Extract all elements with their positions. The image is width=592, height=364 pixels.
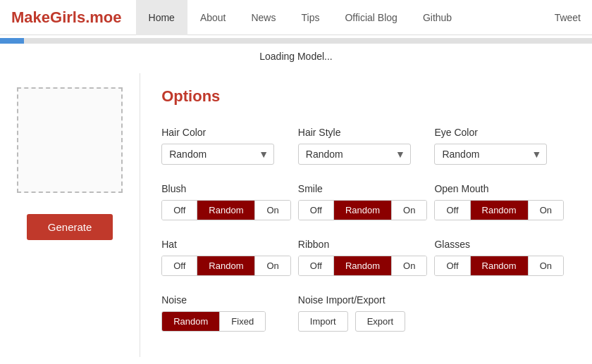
glasses-toggle-group: Off Random On (434, 256, 564, 276)
main-content: Generate Options Hair Color Random Blond… (0, 73, 592, 357)
blush-off-button[interactable]: Off (162, 201, 197, 220)
export-button[interactable]: Export (355, 311, 406, 332)
smile-off-button[interactable]: Off (299, 201, 334, 220)
hair-color-group: Hair Color Random Blonde Brown Black Blu… (161, 120, 298, 176)
glasses-random-button[interactable]: Random (471, 256, 529, 275)
glasses-group: Glasses Off Random On (434, 232, 571, 287)
import-button[interactable]: Import (298, 311, 348, 332)
options-title: Options (161, 87, 571, 106)
ribbon-label: Ribbon (298, 239, 428, 250)
progress-bar-container (0, 38, 592, 44)
noise-label: Noise (161, 294, 291, 306)
ribbon-on-button[interactable]: On (392, 256, 426, 275)
eye-color-group: Eye Color Random Blue Brown Green Red Pu… (434, 120, 571, 176)
hair-color-label: Hair Color (161, 127, 291, 138)
hair-style-label: Hair Style (298, 127, 428, 138)
nav-item-home[interactable]: Home (136, 0, 187, 35)
hat-on-button[interactable]: On (255, 256, 290, 275)
nav-item-github[interactable]: Github (410, 0, 464, 35)
nav-item-official-blog[interactable]: Official Blog (332, 0, 409, 35)
hair-color-select[interactable]: Random Blonde Brown Black Blue Red Pink … (161, 144, 274, 165)
smile-toggle-group: Off Random On (298, 200, 428, 220)
open-mouth-random-button[interactable]: Random (471, 201, 529, 220)
hair-style-group: Hair Style Random Short Long Twin Tails … (298, 120, 435, 176)
eye-color-label: Eye Color (434, 127, 564, 138)
options-grid: Hair Color Random Blonde Brown Black Blu… (161, 120, 571, 343)
ribbon-toggle-group: Off Random On (298, 256, 428, 276)
generate-button[interactable]: Generate (27, 214, 113, 240)
ribbon-group: Ribbon Off Random On (298, 232, 435, 287)
blush-on-button[interactable]: On (255, 201, 290, 220)
nav-item-tips[interactable]: Tips (288, 0, 332, 35)
glasses-on-button[interactable]: On (529, 256, 563, 275)
eye-color-select[interactable]: Random Blue Brown Green Red Purple (434, 144, 547, 165)
open-mouth-toggle-group: Off Random On (434, 200, 564, 220)
smile-group: Smile Off Random On (298, 176, 435, 232)
header: MakeGirls.moe Home About News Tips Offic… (0, 0, 592, 35)
nav-item-news[interactable]: News (238, 0, 288, 35)
glasses-off-button[interactable]: Off (435, 256, 470, 275)
blush-random-button[interactable]: Random (197, 201, 255, 220)
logo: MakeGirls.moe (11, 8, 122, 27)
noise-group: Noise Random Fixed (161, 287, 298, 343)
hat-off-button[interactable]: Off (162, 256, 197, 275)
hat-label: Hat (161, 239, 291, 250)
open-mouth-group: Open Mouth Off Random On (434, 176, 571, 232)
open-mouth-on-button[interactable]: On (529, 201, 563, 220)
ribbon-off-button[interactable]: Off (299, 256, 334, 275)
eye-color-dropdown-wrapper: Random Blue Brown Green Red Purple ▼ (434, 144, 547, 165)
hat-group: Hat Off Random On (161, 232, 298, 287)
options-panel: Options Hair Color Random Blonde Brown B… (140, 73, 592, 357)
nav-tweet[interactable]: Tweet (555, 12, 581, 23)
progress-bar (0, 38, 24, 44)
noise-import-export-group: Noise Import/Export Import Export (298, 287, 435, 343)
glasses-label: Glasses (434, 239, 564, 250)
hat-toggle-group: Off Random On (161, 256, 291, 276)
noise-random-button[interactable]: Random (162, 312, 220, 331)
noise-toggle-group: Random Fixed (161, 311, 266, 332)
noise-import-export-label: Noise Import/Export (298, 294, 428, 306)
open-mouth-label: Open Mouth (434, 183, 564, 194)
ribbon-random-button[interactable]: Random (334, 256, 392, 275)
hair-style-dropdown-wrapper: Random Short Long Twin Tails Ponytail ▼ (298, 144, 411, 165)
smile-on-button[interactable]: On (392, 201, 426, 220)
hair-style-select[interactable]: Random Short Long Twin Tails Ponytail (298, 144, 411, 165)
smile-random-button[interactable]: Random (334, 201, 392, 220)
blush-toggle-group: Off Random On (161, 200, 291, 220)
image-placeholder (17, 87, 123, 193)
nav: Home About News Tips Official Blog Githu… (136, 0, 581, 35)
blush-group: Blush Off Random On (161, 176, 298, 232)
noise-fixed-button[interactable]: Fixed (220, 312, 265, 331)
left-panel: Generate (0, 73, 140, 357)
nav-item-about[interactable]: About (187, 0, 239, 35)
open-mouth-off-button[interactable]: Off (435, 201, 470, 220)
smile-label: Smile (298, 183, 428, 194)
hair-color-dropdown-wrapper: Random Blonde Brown Black Blue Red Pink … (161, 144, 274, 165)
blush-label: Blush (161, 183, 291, 194)
import-export-buttons: Import Export (298, 311, 428, 332)
hat-random-button[interactable]: Random (197, 256, 255, 275)
loading-text: Loading Model... (0, 44, 592, 73)
